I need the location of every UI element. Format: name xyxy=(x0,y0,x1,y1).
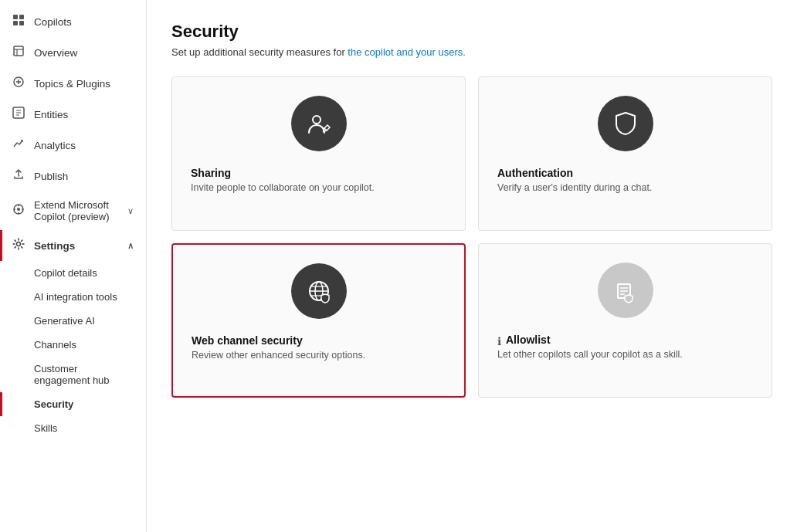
sidebar-item-label: Settings xyxy=(34,240,75,252)
svg-rect-0 xyxy=(13,15,18,19)
subtitle-link[interactable]: the copilot and your users. xyxy=(348,46,465,58)
allowlist-title-row: ℹ Allowlist xyxy=(497,334,551,349)
overview-icon xyxy=(12,45,26,60)
svg-point-16 xyxy=(313,116,320,124)
info-icon: ℹ xyxy=(497,335,501,347)
sidebar-item-entities[interactable]: Entities xyxy=(0,99,146,130)
subitem-label: Customer engagement hub xyxy=(34,363,110,386)
publish-icon xyxy=(12,168,26,184)
sidebar-item-copilots[interactable]: Copilots xyxy=(0,6,146,37)
allowlist-icon-circle xyxy=(598,263,653,318)
chevron-down-icon: ∨ xyxy=(127,206,134,216)
allowlist-card[interactable]: ℹ Allowlist Let other copilots call your… xyxy=(478,243,772,398)
sidebar-item-label: Copilots xyxy=(34,16,72,28)
sidebar-item-topics[interactable]: Topics & Plugins xyxy=(0,68,146,99)
sidebar-subitem-channels[interactable]: Channels xyxy=(0,333,146,357)
subitem-label: Security xyxy=(34,398,73,410)
sidebar-subitem-copilot-details[interactable]: Copilot details xyxy=(0,261,146,285)
svg-rect-1 xyxy=(19,15,24,19)
sharing-title: Sharing xyxy=(191,167,231,179)
sidebar-item-label: Topics & Plugins xyxy=(34,78,110,90)
svg-point-15 xyxy=(17,242,21,246)
webchannel-desc: Review other enhanced security options. xyxy=(192,350,365,361)
authentication-icon-circle xyxy=(598,96,653,151)
cards-grid: Sharing Invite people to collaborate on … xyxy=(171,76,772,398)
extend-icon xyxy=(12,203,26,219)
sidebar-subitem-ai-integration[interactable]: AI integration tools xyxy=(0,285,146,309)
page-subtitle: Set up additional security measures for … xyxy=(171,46,772,58)
copilots-icon xyxy=(12,14,26,29)
sharing-desc: Invite people to collaborate on your cop… xyxy=(191,182,375,193)
allowlist-desc: Let other copilots call your copilot as … xyxy=(497,349,683,360)
sharing-card[interactable]: Sharing Invite people to collaborate on … xyxy=(171,76,466,231)
analytics-icon xyxy=(12,137,26,153)
page-title: Security xyxy=(171,22,772,42)
sidebar: Copilots Overview Topics & Plugins xyxy=(0,0,147,532)
sidebar-subitem-generative-ai[interactable]: Generative AI xyxy=(0,309,146,333)
sidebar-item-overview[interactable]: Overview xyxy=(0,37,146,68)
subitem-label: Channels xyxy=(34,339,76,351)
sidebar-item-label: Overview xyxy=(34,47,77,59)
sidebar-item-label: Entities xyxy=(34,109,68,120)
sidebar-item-label: Publish xyxy=(34,171,68,182)
subitem-label: Skills xyxy=(34,422,57,434)
settings-icon xyxy=(12,238,26,253)
sidebar-item-label: Analytics xyxy=(34,140,76,151)
sidebar-item-extend[interactable]: Extend Microsoft Copilot (preview) ∨ xyxy=(0,191,146,230)
entities-icon xyxy=(12,107,26,122)
svg-rect-3 xyxy=(19,21,24,25)
topics-icon xyxy=(12,76,26,91)
svg-rect-2 xyxy=(13,21,18,25)
chevron-up-icon: ∧ xyxy=(127,241,134,251)
main-content: Security Set up additional security meas… xyxy=(147,0,797,532)
sidebar-subitem-security[interactable]: Security xyxy=(0,392,146,416)
subitem-label: Copilot details xyxy=(34,267,97,279)
subitem-label: AI integration tools xyxy=(34,291,117,303)
svg-rect-4 xyxy=(14,46,23,56)
authentication-card[interactable]: Authentication Verify a user's identity … xyxy=(478,76,772,231)
subitem-label: Generative AI xyxy=(34,315,95,327)
auth-title: Authentication xyxy=(497,167,573,179)
sidebar-item-publish[interactable]: Publish xyxy=(0,161,146,191)
sidebar-item-analytics[interactable]: Analytics xyxy=(0,130,146,161)
sharing-icon-circle xyxy=(291,96,347,151)
sidebar-subitem-customer-hub[interactable]: Customer engagement hub xyxy=(0,357,146,392)
auth-desc: Verify a user's identity during a chat. xyxy=(497,182,652,193)
sidebar-item-label: Extend Microsoft Copilot (preview) xyxy=(34,199,120,222)
webchannel-title: Web channel security xyxy=(192,334,303,347)
web-channel-icon-circle xyxy=(291,263,347,319)
sidebar-item-settings[interactable]: Settings ∧ xyxy=(0,230,146,261)
allowlist-title: Allowlist xyxy=(506,334,551,346)
sidebar-subitem-skills[interactable]: Skills xyxy=(0,416,146,440)
web-channel-security-card[interactable]: Web channel security Review other enhanc… xyxy=(171,243,466,398)
svg-point-10 xyxy=(17,208,20,211)
